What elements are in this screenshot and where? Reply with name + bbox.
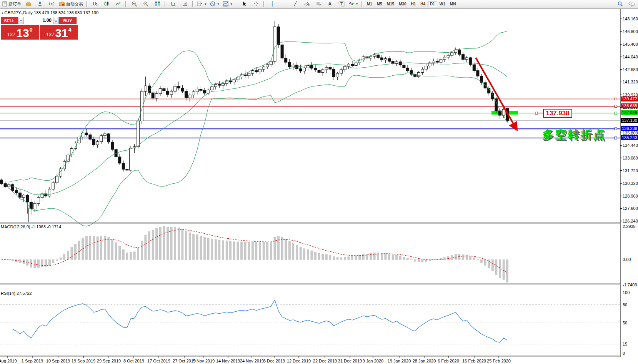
sell-button[interactable]: SELL [1, 17, 18, 24]
line-endpoint-marker[interactable] [615, 112, 617, 114]
macd-histogram-bar [75, 244, 77, 259]
candle-body [122, 163, 125, 170]
line-endpoint-marker[interactable] [615, 128, 617, 130]
macd-histogram-bar [296, 245, 298, 259]
candle-body [333, 69, 335, 77]
bid-quote[interactable]: 137 13 0 [1, 25, 39, 40]
tile-windows-button[interactable] [152, 0, 163, 8]
crosshair-tool-button[interactable] [250, 0, 262, 8]
candle-body [403, 65, 405, 68]
macd-histogram-bar [355, 256, 357, 259]
candle-body [185, 91, 188, 98]
macd-histogram-bar [303, 249, 305, 260]
price-tag: 135.243 [621, 135, 638, 140]
volume-decrease-button[interactable]: ▼ [18, 17, 24, 24]
macd-histogram-bar [444, 258, 446, 259]
rsi-axis-label: 100 [623, 290, 630, 295]
tf-mn[interactable]: MN [448, 1, 458, 7]
candle-body [281, 45, 283, 58]
fibonacci-tool-button[interactable]: F [313, 0, 324, 8]
candle-body [465, 58, 468, 60]
indicators-button[interactable]: ▼ [195, 0, 208, 8]
candle-body [22, 195, 25, 198]
macd-histogram-bar [322, 254, 324, 259]
line-chart-mode-button[interactable] [112, 0, 124, 8]
bar-chart-mode-button[interactable] [89, 0, 101, 8]
chat-button[interactable] [626, 0, 637, 8]
new-order-button[interactable]: 新订单 [1, 0, 23, 8]
auto-scroll-button[interactable] [168, 0, 179, 8]
signals-button[interactable] [46, 0, 57, 8]
candle-body [288, 62, 291, 67]
candle-body [33, 203, 36, 209]
macd-histogram-bar [97, 237, 98, 260]
candle-chart-mode-button[interactable] [101, 0, 112, 8]
new-order-label: 新订单 [8, 1, 21, 7]
horizontal-line-tool-button[interactable]: — [278, 0, 290, 8]
arrows-icon [349, 1, 354, 7]
periods-button[interactable]: ▼ [208, 0, 221, 8]
tf-m15[interactable]: M15 [385, 1, 396, 7]
candle-body [118, 157, 121, 163]
candle-body [159, 88, 162, 93]
vertical-line-tool-button[interactable]: │ [267, 0, 278, 8]
market-watch-button[interactable] [23, 0, 34, 8]
cn-annotation: 多空转折点 [542, 127, 606, 143]
text-label-tool-button[interactable]: T [336, 0, 347, 8]
auto-trading-button[interactable]: 自动交易 [57, 0, 85, 8]
candle-body [336, 73, 339, 77]
ask-quote[interactable]: 137 31 4 [40, 25, 78, 40]
trendline-tool-button[interactable]: ╱ [290, 0, 301, 8]
candle-body [181, 88, 184, 91]
ask-whole: 137 [46, 32, 55, 37]
candle-body [41, 194, 43, 198]
macd-histogram-bar [399, 256, 401, 259]
macd-signal-value: -0.1714 [47, 224, 61, 229]
tf-w1[interactable]: W1 [437, 1, 448, 7]
tf-h1[interactable]: H1 [408, 1, 418, 7]
template-icon [223, 1, 228, 7]
rsi-axis-label: 50 [623, 321, 627, 325]
price-chart[interactable] [0, 0, 638, 364]
macd-histogram-bar [189, 233, 191, 259]
terminal-button[interactable] [34, 0, 46, 8]
line-endpoint-marker[interactable] [615, 105, 617, 107]
candle-body [370, 56, 372, 58]
candle-body [318, 70, 320, 72]
tf-h4[interactable]: H4 [418, 1, 428, 7]
trend-arrow[interactable] [476, 58, 517, 130]
arrows-tool-button[interactable]: ▼ [347, 0, 360, 8]
volume-increase-button[interactable]: ▲ [53, 17, 59, 24]
candle-body [26, 195, 29, 202]
candle-body [377, 55, 380, 58]
tf-m1[interactable]: M1 [365, 1, 375, 7]
zoom-out-button[interactable] [140, 0, 152, 8]
price-axis-tick-label: 142.680 [623, 67, 638, 72]
line-endpoint-marker[interactable] [615, 137, 617, 139]
chart-shift-button[interactable] [179, 0, 191, 8]
date-axis-label: 10 Sep 2019 [46, 359, 70, 363]
date-axis-label: 19 Jan 2020 [388, 359, 411, 363]
templates-button[interactable]: ▼ [221, 0, 234, 8]
tf-m5[interactable]: M5 [375, 1, 385, 7]
volume-input[interactable]: 1.00 [24, 17, 53, 24]
macd-histogram-bar [15, 259, 17, 262]
channel-tool-button[interactable]: E [301, 0, 313, 8]
macd-histogram-bar [462, 254, 464, 259]
macd-histogram-bar [112, 239, 113, 259]
search-button[interactable] [614, 0, 626, 8]
zoom-in-button[interactable] [128, 0, 140, 8]
macd-histogram-bar [315, 252, 317, 259]
line-endpoint-marker[interactable] [615, 98, 617, 100]
trendline-icon: ╱ [294, 1, 297, 7]
one-click-trading-panel: SELL ▼ 1.00 ▲ BUY 137 13 0 137 31 4 [1, 17, 78, 40]
tf-d1[interactable]: D1 [428, 1, 437, 7]
tf-m30[interactable]: M30 [396, 1, 408, 7]
buy-button[interactable]: BUY [59, 17, 77, 24]
bid-pips: 13 [16, 27, 29, 39]
candle-body [307, 65, 309, 68]
candle-body [270, 61, 272, 65]
cursor-tool-button[interactable] [239, 0, 250, 8]
text-icon: A [328, 1, 331, 7]
text-tool-button[interactable]: A [324, 0, 336, 8]
